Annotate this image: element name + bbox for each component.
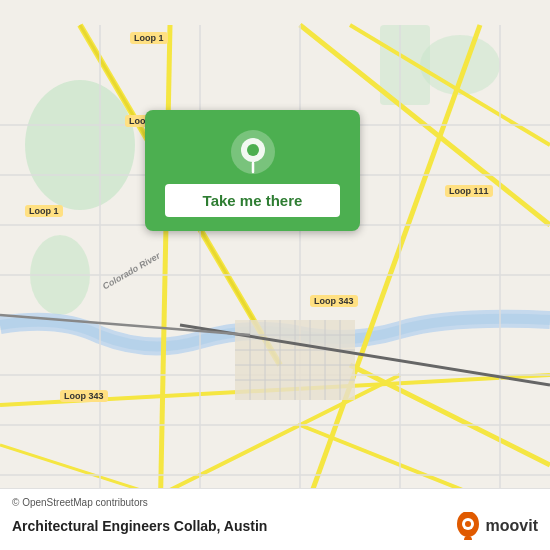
map-container: Loop 1 Loop 1 Loop 1 Loop 111 Loop 343 L… <box>0 0 550 550</box>
loop-1-label-left: Loop 1 <box>25 205 63 217</box>
location-card: Take me there <box>145 110 360 231</box>
location-pin-icon <box>229 128 277 176</box>
svg-point-44 <box>247 144 259 156</box>
loop-343-center-label: Loop 343 <box>310 295 358 307</box>
loop-111-label: Loop 111 <box>445 185 493 197</box>
svg-point-1 <box>25 80 135 210</box>
location-name: Architectural Engineers Collab, Austin <box>12 518 267 534</box>
moovit-brand-text: moovit <box>486 517 538 535</box>
moovit-logo-icon <box>454 512 482 540</box>
copyright-text: © OpenStreetMap contributors <box>12 497 538 508</box>
location-name-row: Architectural Engineers Collab, Austin m… <box>12 512 538 540</box>
take-me-there-button[interactable]: Take me there <box>165 184 340 217</box>
loop-343-bottom-label: Loop 343 <box>60 390 108 402</box>
moovit-logo: moovit <box>454 512 538 540</box>
svg-point-48 <box>465 521 471 527</box>
bottom-bar: © OpenStreetMap contributors Architectur… <box>0 488 550 550</box>
map-svg <box>0 0 550 550</box>
loop-1-label-top: Loop 1 <box>130 32 168 44</box>
